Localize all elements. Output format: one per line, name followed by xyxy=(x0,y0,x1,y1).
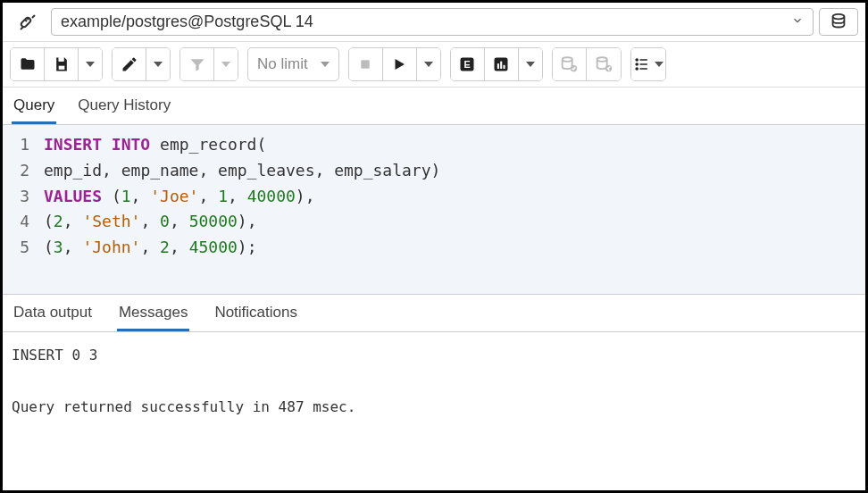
execute-dropdown[interactable] xyxy=(417,48,440,80)
edit-dropdown[interactable] xyxy=(146,48,170,80)
line-gutter: 12345 xyxy=(3,125,38,294)
svg-point-16 xyxy=(636,63,638,65)
chevron-down-icon xyxy=(791,14,804,29)
analyze-dropdown[interactable] xyxy=(519,48,542,80)
code-area[interactable]: INSERT INTO emp_record(emp_id, emp_name,… xyxy=(38,125,865,294)
filter-dropdown[interactable] xyxy=(214,48,238,80)
execute-button[interactable] xyxy=(383,48,417,80)
analyze-button[interactable] xyxy=(485,48,519,80)
chevron-down-icon xyxy=(86,62,95,67)
rollback-button[interactable] xyxy=(587,48,621,80)
chevron-down-icon xyxy=(321,62,330,67)
chevron-down-icon xyxy=(221,62,230,67)
limit-select[interactable]: No limit xyxy=(247,47,339,81)
svg-rect-2 xyxy=(58,58,63,62)
chevron-down-icon xyxy=(424,62,433,67)
svg-point-13 xyxy=(597,57,606,62)
svg-point-15 xyxy=(636,59,638,61)
tab-messages[interactable]: Messages xyxy=(117,295,189,331)
stop-button[interactable] xyxy=(349,48,383,80)
chevron-down-icon xyxy=(526,62,535,67)
tab-query[interactable]: Query xyxy=(12,88,56,124)
svg-rect-0 xyxy=(21,16,32,28)
explain-button[interactable]: E xyxy=(451,48,485,80)
messages-panel: INSERT 0 3 Query returned successfully i… xyxy=(3,332,865,430)
sql-editor[interactable]: 12345 INSERT INTO emp_record(emp_id, emp… xyxy=(3,125,865,295)
svg-point-1 xyxy=(833,13,845,19)
svg-rect-10 xyxy=(504,65,505,69)
edit-button[interactable] xyxy=(113,48,146,80)
svg-rect-3 xyxy=(58,66,64,70)
connection-select[interactable]: example/postgres@PostgreSQL 14 xyxy=(51,8,814,36)
svg-rect-8 xyxy=(497,63,499,69)
chevron-down-icon xyxy=(154,62,163,67)
limit-label: No limit xyxy=(257,55,308,73)
svg-point-11 xyxy=(563,57,572,62)
tab-data-output[interactable]: Data output xyxy=(12,295,94,331)
commit-button[interactable] xyxy=(553,48,587,80)
message-line: Query returned successfully in 487 msec. xyxy=(12,398,355,415)
message-line: INSERT 0 3 xyxy=(12,347,97,363)
svg-rect-9 xyxy=(500,62,502,69)
save-button[interactable] xyxy=(45,48,79,80)
filter-button[interactable] xyxy=(180,48,214,80)
macros-button[interactable] xyxy=(631,48,665,80)
connection-status-icon xyxy=(10,8,46,36)
svg-text:E: E xyxy=(464,59,471,70)
tab-notifications[interactable]: Notifications xyxy=(213,295,299,331)
save-dropdown[interactable] xyxy=(79,48,102,80)
connection-label: example/postgres@PostgreSQL 14 xyxy=(61,13,313,31)
tab-query-history[interactable]: Query History xyxy=(76,88,172,124)
svg-point-17 xyxy=(636,68,638,70)
new-connection-button[interactable] xyxy=(819,8,858,36)
chevron-down-icon xyxy=(655,62,664,67)
svg-rect-4 xyxy=(362,60,370,68)
open-file-button[interactable] xyxy=(11,48,45,80)
